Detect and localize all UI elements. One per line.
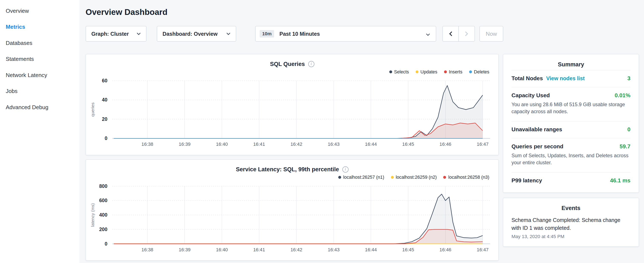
x-axis-tick-label: 16:44 <box>365 247 377 252</box>
y-axis-tick-label: 40 <box>102 97 107 103</box>
summary-value: 59.7 <box>620 143 630 149</box>
summary-description: Sum of Selects, Updates, Inserts, and De… <box>512 152 630 167</box>
legend-item: localhost:26258 (n3) <box>443 175 489 180</box>
sidebar-item-metrics[interactable]: Metrics <box>0 19 80 35</box>
x-axis-tick-label: 16:44 <box>365 141 377 147</box>
now-button[interactable]: Now <box>480 26 503 42</box>
x-axis-tick-label: 16:47 <box>477 141 488 147</box>
graph-scope-dropdown[interactable]: Graph: Cluster <box>86 26 146 42</box>
legend-dot-icon <box>444 70 447 73</box>
graph-scope-label: Graph: Cluster <box>92 31 129 37</box>
legend-dot-icon <box>443 176 446 178</box>
y-axis-unit-label: latency (ms) <box>90 203 95 227</box>
summary-row-unavailable-ranges: Unavailable ranges 0 <box>512 121 630 138</box>
summary-row-p99-latency: P99 latency 46.1 ms <box>512 172 630 189</box>
sidebar-item-advanced-debug[interactable]: Advanced Debug <box>0 99 80 115</box>
legend-dot-icon <box>338 176 341 178</box>
legend-label: localhost:26258 (n3) <box>448 175 489 180</box>
chart-canvas: 020406016:3816:3916:4016:4116:4216:4316:… <box>86 75 498 150</box>
time-back-button[interactable] <box>442 26 459 42</box>
x-axis-tick-label: 16:39 <box>178 141 190 147</box>
x-axis-tick-label: 16:41 <box>253 247 265 252</box>
legend-item: Inserts <box>444 69 462 74</box>
service-latency-chart-panel: Service Latency: SQL, 99th percentile i … <box>86 159 499 261</box>
chevron-down-icon <box>426 30 430 38</box>
y-axis-tick-label: 800 <box>99 183 107 189</box>
chart-canvas: 020040060080016:3816:3916:4016:4116:4216… <box>86 181 498 256</box>
x-axis-tick-label: 16:42 <box>290 247 302 252</box>
right-column: Summary Total Nodes View nodes list 3 Ca… <box>503 54 639 251</box>
legend-label: localhost:26259 (n2) <box>396 175 437 180</box>
sidebar: Overview Metrics Databases Statements Ne… <box>0 0 80 263</box>
legend-label: Deletes <box>474 69 489 74</box>
x-axis-tick-label: 16:38 <box>142 247 153 252</box>
dashboard-dropdown[interactable]: Dashboard: Overview <box>157 26 236 42</box>
legend-item: Updates <box>416 69 437 74</box>
x-axis-tick-label: 16:43 <box>328 141 340 147</box>
x-axis-tick-label: 16:40 <box>216 141 228 147</box>
legend-item: localhost:26257 (n1) <box>338 175 384 180</box>
dashboard-label: Dashboard: Overview <box>163 31 218 37</box>
legend-label: localhost:26257 (n1) <box>343 175 384 180</box>
time-range-badge: 10m <box>260 30 274 38</box>
events-title: Events <box>512 204 630 211</box>
legend-dot-icon <box>389 70 392 73</box>
info-icon[interactable]: i <box>308 61 314 67</box>
summary-value: 0.01% <box>615 92 630 99</box>
events-panel: Events Schema Change Completed: Schema c… <box>503 197 639 246</box>
sidebar-item-overview[interactable]: Overview <box>0 3 80 19</box>
event-text: Schema Change Completed: Schema change w… <box>512 216 630 232</box>
series-line <box>114 86 483 138</box>
series-area <box>114 86 483 138</box>
summary-label: Queries per second <box>512 143 564 149</box>
y-axis-unit-label: queries <box>90 103 95 117</box>
x-axis-tick-label: 16:38 <box>142 141 153 147</box>
y-axis-tick-label: 0 <box>104 136 107 141</box>
legend-label: Selects <box>394 69 409 74</box>
chart-title-row: SQL Queries i <box>86 54 498 67</box>
chart-title-row: Service Latency: SQL, 99th percentile i <box>86 160 498 173</box>
legend-dot-icon <box>416 70 418 73</box>
x-axis-tick-label: 16:45 <box>402 141 414 147</box>
sidebar-item-databases[interactable]: Databases <box>0 35 80 51</box>
y-axis-tick-label: 0 <box>104 241 107 247</box>
app-root: Overview Metrics Databases Statements Ne… <box>0 0 644 263</box>
x-axis-tick-label: 16:43 <box>328 247 340 252</box>
event-item: Schema Change Completed: Schema change w… <box>512 214 630 243</box>
summary-label: Total Nodes <box>512 75 543 82</box>
summary-value: 0 <box>628 126 630 133</box>
summary-row-capacity-used: Capacity Used 0.01% You are using 28.6 M… <box>512 87 630 121</box>
x-axis-tick-label: 16:47 <box>477 247 488 252</box>
sidebar-item-network-latency[interactable]: Network Latency <box>0 67 80 83</box>
summary-value: 46.1 ms <box>610 177 630 183</box>
legend-dot-icon <box>469 70 472 73</box>
x-axis-tick-label: 16:46 <box>440 141 451 147</box>
summary-value: 3 <box>628 75 630 82</box>
chart-plot: 020406016:3816:3916:4016:4116:4216:4316:… <box>86 75 498 150</box>
chart-legend: SelectsUpdatesInsertsDeletes <box>86 67 498 75</box>
sidebar-item-statements[interactable]: Statements <box>0 51 80 67</box>
chevron-right-icon <box>465 31 468 36</box>
legend-item: localhost:26259 (n2) <box>391 175 437 180</box>
summary-label: Unavailable ranges <box>512 126 562 133</box>
info-icon[interactable]: i <box>342 166 348 172</box>
summary-label: Capacity Used <box>512 92 550 99</box>
time-range-dropdown[interactable]: 10m Past 10 Minutes <box>255 26 436 42</box>
time-range-label: Past 10 Minutes <box>279 31 320 37</box>
sidebar-item-jobs[interactable]: Jobs <box>0 83 80 99</box>
view-nodes-list-link[interactable]: View nodes list <box>546 75 585 82</box>
summary-row-total-nodes: Total Nodes View nodes list 3 <box>512 70 630 87</box>
event-timestamp: May 13, 2020 at 4:45 PM <box>512 234 630 239</box>
summary-row-queries-per-second: Queries per second 59.7 Sum of Selects, … <box>512 138 630 172</box>
time-forward-button[interactable] <box>458 26 475 42</box>
chart-plot: 020040060080016:3816:3916:4016:4116:4216… <box>86 181 498 256</box>
main-content: Overview Dashboard Graph: Cluster Dashbo… <box>80 0 644 263</box>
summary-title: Summary <box>512 61 630 68</box>
y-axis-tick-label: 60 <box>102 78 107 83</box>
chevron-down-icon <box>137 33 141 35</box>
y-axis-tick-label: 20 <box>102 116 107 122</box>
legend-label: Inserts <box>449 69 462 74</box>
summary-label: P99 latency <box>512 177 542 183</box>
summary-panel: Summary Total Nodes View nodes list 3 Ca… <box>503 54 639 193</box>
y-axis-tick-label: 400 <box>99 212 107 218</box>
